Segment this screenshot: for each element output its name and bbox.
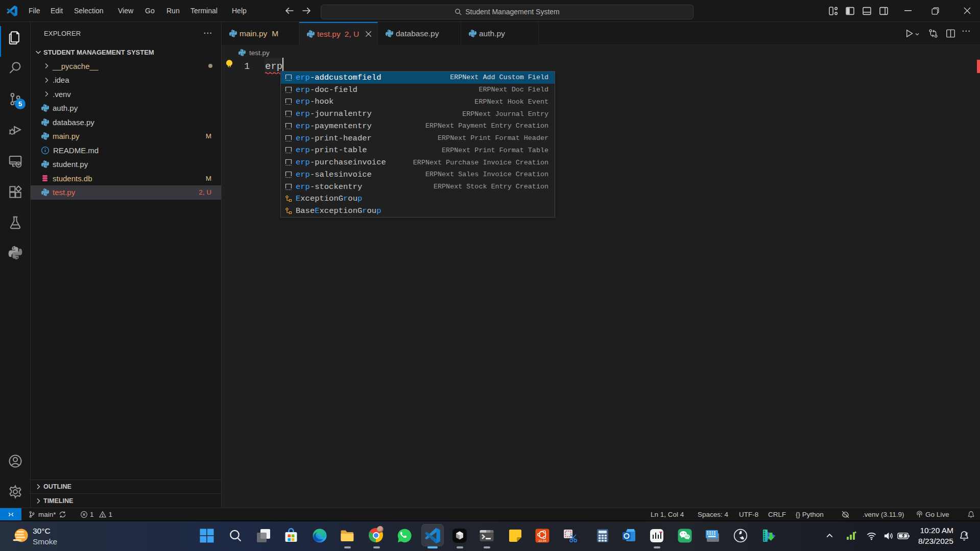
svg-text:22.04: 22.04 — [538, 539, 546, 542]
